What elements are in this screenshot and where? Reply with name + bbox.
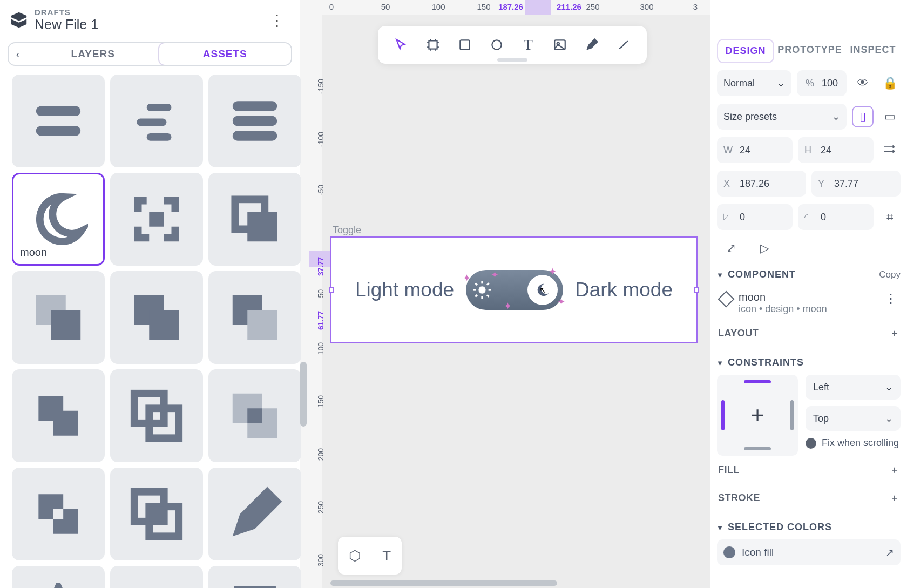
asset-scrollbar-thumb[interactable] [300,362,307,427]
file-menu-button[interactable]: ⋮ [264,11,290,29]
asset-menu-icon[interactable] [12,75,105,167]
constraint-v-select[interactable]: Top⌄ [806,406,901,431]
plus-icon[interactable]: ＋ [890,463,900,476]
y-field[interactable]: Y37.77 [811,171,901,197]
svg-point-25 [478,286,485,293]
asset-overlap1-icon[interactable] [12,271,105,364]
rectangle-tool[interactable] [453,33,477,57]
constraints-widget[interactable]: + [717,375,798,456]
asset-list-icon[interactable] [208,75,301,167]
plus-icon[interactable]: ＋ [890,491,900,504]
component-copy-button[interactable]: Copy [879,269,901,280]
constraint-left-indicator[interactable] [721,400,725,430]
asset-moon-icon[interactable]: moon [12,173,105,266]
asset-subtract-icon[interactable] [110,369,203,462]
rotation-field[interactable]: ⟀0 [717,204,793,230]
toggle-switch[interactable]: ↖ ✦ ✦ ✦ ✦ ✦ [466,270,563,310]
constraint-h-select[interactable]: Left⌄ [806,375,901,400]
pen-tool[interactable] [580,33,604,57]
svg-rect-3 [137,118,166,126]
fill-section-header[interactable]: FILL＋ [717,456,901,484]
tab-inspect[interactable]: INSPECT [845,39,901,63]
fix-scrolling-checkbox[interactable]: Fix when scrolling [806,437,901,449]
lock-toggle-icon[interactable]: 🔒 [879,72,901,94]
asset-star-half-icon[interactable] [110,566,203,588]
selection-handle[interactable] [694,287,699,293]
asset-copy-outline-icon[interactable] [208,173,301,266]
image-tool[interactable] [548,33,572,57]
constraints-section-header[interactable]: ▾ CONSTRAINTS [718,357,901,368]
svg-rect-5 [233,101,277,111]
asset-union-icon[interactable] [12,369,105,462]
width-field[interactable]: W24 [717,137,793,163]
selection-marker-icon: ✦ [463,272,471,284]
component-menu-button[interactable]: ⋮ [884,291,897,306]
frame-toggle[interactable]: Light mode ↖ ✦ ✦ ✦ ✦ ✦ Dark mode [330,236,698,343]
asset-scan-icon[interactable] [110,173,203,266]
constraint-center-icon: + [750,402,764,429]
nav-tabs: ‹ LAYERS ASSETS [8,42,292,66]
frame-tool[interactable] [421,33,445,57]
canvas-horizontal-scrollbar[interactable] [330,580,557,586]
opacity-field[interactable]: %100 [797,70,847,96]
svg-rect-21 [247,408,262,423]
stroke-section-header[interactable]: STROKE＋ [717,484,901,512]
asset-bookmark-icon[interactable] [208,566,301,588]
plus-icon[interactable]: ＋ [890,327,900,340]
main-toolbar: T [378,26,647,64]
component-instance-row[interactable]: moon icon • design • moon ⋮ [717,287,901,319]
text-tool-icon[interactable]: T [382,548,391,564]
size-presets-select[interactable]: Size presets⌄ [717,104,847,130]
asset-combine-icon[interactable] [110,468,203,560]
svg-line-30 [476,283,477,285]
connector-tool[interactable] [612,33,635,57]
height-field[interactable]: H24 [798,137,874,163]
tab-assets[interactable]: ASSETS [158,42,293,66]
constraint-right-indicator[interactable] [790,400,794,430]
ellipse-tool[interactable] [485,33,509,57]
constraint-bottom-indicator[interactable] [744,447,771,450]
asset-overlap3-icon[interactable] [208,271,301,364]
selection-handle[interactable] [329,287,334,293]
dark-mode-label: Dark mode [575,279,673,301]
svg-rect-12 [51,310,80,340]
visibility-toggle-icon[interactable]: 👁 [852,72,874,94]
tab-design[interactable]: DESIGN [717,39,774,63]
link-dimensions-icon[interactable]: ⮆ [879,139,901,161]
layout-section-header[interactable]: LAYOUT＋ [717,319,901,347]
play-prototype-icon[interactable]: ▷ [754,238,775,259]
orientation-landscape-icon[interactable]: ▭ [879,106,901,127]
tab-layers[interactable]: LAYERS [27,43,159,65]
color-picker-icon[interactable]: ↗ [885,546,894,559]
tab-prototype[interactable]: PROTOTYPE [777,39,842,63]
autolayout-icon[interactable]: ⤢ [720,238,742,259]
file-title[interactable]: New File 1 [35,17,264,32]
constraint-top-indicator[interactable] [744,380,771,383]
orientation-portrait-icon[interactable]: ▯ [852,106,874,127]
x-field[interactable]: X187.26 [717,171,806,197]
asset-intersect-icon[interactable] [208,369,301,462]
asset-overlap2-icon[interactable] [110,271,203,364]
hexagon-tool-icon[interactable]: ⬡ [349,548,361,564]
asset-star-icon[interactable] [12,566,105,588]
text-tool[interactable]: T [516,33,540,57]
svg-rect-8 [149,212,164,227]
independent-corners-icon[interactable]: ⌗ [879,206,901,228]
asset-pencil-icon[interactable] [208,468,301,560]
component-section-header[interactable]: ▾ COMPONENT Copy [718,269,901,280]
asset-menu-alt-icon[interactable] [110,75,203,167]
assets-back-button[interactable]: ‹ [9,48,27,60]
asset-exclude-icon[interactable] [12,468,105,560]
selected-color-row[interactable]: Icon fill ↗ [717,539,901,565]
blend-mode-select[interactable]: Normal⌄ [717,70,791,96]
checkbox-icon [806,438,816,449]
frame-label[interactable]: Toggle [333,225,361,236]
selected-colors-section-header[interactable]: ▾ SELECTED COLORS [718,522,901,533]
corner-radius-field[interactable]: ◜0 [798,204,874,230]
moon-knob[interactable]: ↖ [527,275,558,305]
chevron-down-icon: ▾ [718,359,722,367]
toolbar-drag-handle[interactable] [497,58,527,62]
select-tool[interactable] [389,33,413,57]
canvas[interactable]: -150 -100 -50 37.77 50 61.77 100 150 200… [322,15,710,588]
selection-marker-icon: ✦ [557,296,565,308]
